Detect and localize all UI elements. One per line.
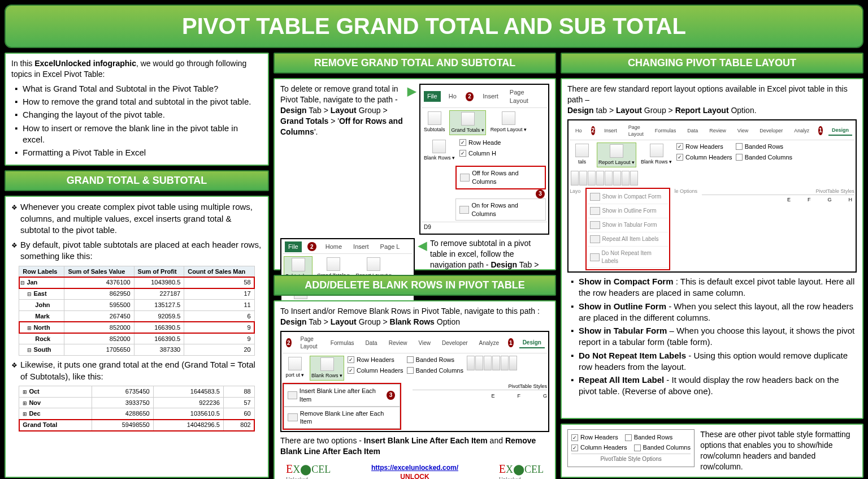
- cell-ref: D9: [422, 222, 547, 232]
- tab-review[interactable]: Review: [385, 338, 411, 348]
- style-palette[interactable]: [467, 356, 517, 370]
- table-row: ⊞ North852000166390.59: [19, 322, 254, 333]
- intro-bullet: Formatting a Pivot Table in Excel: [15, 147, 262, 158]
- gt-p1: Whenever you create complex pivot table …: [11, 201, 262, 236]
- tab-analyze[interactable]: Analyz: [791, 126, 813, 135]
- site-link[interactable]: https://excelunlocked.com/: [371, 464, 458, 472]
- off-rows-columns-menu[interactable]: Off for Rows and Columns: [455, 166, 546, 189]
- tab-page-layout[interactable]: Page Layout: [625, 123, 647, 139]
- banded-cols-checkbox[interactable]: [634, 445, 641, 451]
- step-badge-2: 2: [307, 242, 316, 251]
- col-headers-checkbox[interactable]: ✓: [348, 367, 354, 374]
- intro-lead-bold: ExcelUnlocked infographic: [34, 59, 136, 68]
- banded-rows-checkbox[interactable]: [736, 143, 743, 150]
- blank-rows-button[interactable]: Blank Rows ▾: [423, 139, 456, 162]
- tab-file[interactable]: File: [285, 241, 302, 252]
- gt-subtotal-card: Whenever you create complex pivot table …: [5, 196, 269, 478]
- no-repeat-labels-menu[interactable]: Do Not Repeat Item Labels: [588, 247, 668, 268]
- row-headers-checkbox[interactable]: ✓: [676, 143, 683, 150]
- layout-ribbon: Ho2 Insert Page Layout Formulas Data Rev…: [567, 119, 857, 273]
- show-compact-menu[interactable]: Show in Compact Form: [588, 190, 668, 204]
- banded-rows-checkbox[interactable]: [407, 356, 414, 363]
- tab-ho[interactable]: Ho: [572, 126, 585, 135]
- th: Count of Sales Man: [184, 266, 254, 277]
- blank-rows-button[interactable]: Blank Rows ▾: [310, 356, 344, 381]
- show-outline-menu[interactable]: Show in Outline Form: [588, 204, 668, 218]
- banded-rows-checkbox[interactable]: [625, 434, 632, 441]
- tab-developer[interactable]: Developer: [439, 338, 471, 348]
- table-row: ⊞ Nov393375092223657: [19, 397, 254, 408]
- tab-home[interactable]: Ho: [445, 91, 460, 102]
- tab-data[interactable]: Data: [362, 338, 381, 348]
- layout-desc-item: Show in Outline Form - When you select t…: [571, 301, 857, 324]
- banded-cols-checkbox[interactable]: [736, 154, 743, 161]
- tab-formulas[interactable]: Formulas: [327, 338, 358, 348]
- row-headers-checkbox[interactable]: ✓: [348, 356, 354, 363]
- banded-cols-checkbox[interactable]: [407, 367, 414, 374]
- grand-totals-button[interactable]: Grand Totals ▾: [449, 110, 485, 135]
- intro-bullet: What is Grand Total and Subtotal in the …: [15, 83, 262, 94]
- table-row: John595500135127.511: [19, 300, 254, 311]
- tab-analyze[interactable]: Analyze: [476, 338, 503, 348]
- layout-desc-item: Repeat All Item Label - It would display…: [571, 374, 857, 398]
- table-row: ⊞ Oct67354501644583.588: [19, 386, 254, 397]
- tab-design[interactable]: Design: [519, 338, 545, 349]
- repeat-labels-menu[interactable]: Repeat All Item Labels: [588, 232, 668, 247]
- style-options-text: These are other pivot table style format…: [700, 429, 857, 472]
- tab-view[interactable]: View: [415, 338, 434, 348]
- step-badge-2: 2: [286, 338, 292, 347]
- table-row: Mark26745092059.56: [19, 310, 254, 322]
- blank-rows-header: ADD/DELETE BLANK ROWS IN PIVOT TABLE: [274, 275, 556, 296]
- tab-insert[interactable]: Insert: [350, 241, 372, 252]
- tab-page-layout[interactable]: Page Layout: [506, 87, 545, 106]
- blank-rows-p2: There are two options - Insert Blank Lin…: [280, 435, 549, 457]
- totals-button[interactable]: tals: [571, 143, 593, 166]
- tab-insert[interactable]: Insert: [601, 126, 620, 135]
- tab-formulas[interactable]: Formulas: [652, 126, 680, 135]
- tab-design[interactable]: Design: [828, 126, 852, 136]
- row-headers-checkbox[interactable]: ✓: [459, 139, 466, 146]
- layout-header: CHANGING PIVOT TABLE LAYOUT: [561, 53, 863, 74]
- row-headers-checkbox[interactable]: ✓: [571, 434, 578, 441]
- blank-rows-path: Design Tab > Layout Group > Blank Rows O…: [280, 317, 549, 327]
- tab-file[interactable]: File: [424, 91, 441, 102]
- tab-data[interactable]: Data: [684, 126, 701, 135]
- col-headers-checkbox[interactable]: ✓: [459, 150, 466, 157]
- table-row: ⊟ Jan43761001043980.558: [19, 277, 254, 288]
- report-button[interactable]: port ut ▾: [284, 356, 306, 379]
- tab-insert[interactable]: Insert: [479, 91, 502, 102]
- step-badge-2: 2: [466, 92, 474, 101]
- tab-home[interactable]: Home: [322, 241, 345, 252]
- step-badge-3: 3: [387, 391, 395, 400]
- unlock-text: UNLOCK: [400, 473, 429, 479]
- report-layout-button[interactable]: Report Layout ▾: [597, 143, 636, 167]
- th: Sum of Sales Value: [64, 266, 134, 277]
- remove-blank-line-menu[interactable]: Remove Blank Line after Each Item: [284, 407, 400, 429]
- remove-p1: To delete or remove grand total in Pivot…: [280, 84, 404, 137]
- remove-card: To delete or remove grand total in Pivot…: [274, 78, 556, 270]
- tab-page-l[interactable]: Page L: [377, 241, 403, 252]
- subtotals-button[interactable]: Subtotals: [423, 110, 446, 134]
- layout-p1: There are few standard report layout opt…: [567, 84, 857, 105]
- th: Row Labels: [19, 266, 64, 277]
- tab-page-layout[interactable]: Page Layout: [297, 334, 323, 352]
- on-rows-columns-menu[interactable]: On for Rows and Columns: [455, 198, 546, 221]
- intro-bullet: How to insert or remove the blank line i…: [15, 123, 262, 146]
- insert-blank-line-menu[interactable]: Insert Blank Line after Each Item 3: [284, 384, 400, 407]
- arrow-left-icon: ◀: [418, 238, 427, 253]
- tab-view[interactable]: View: [734, 126, 752, 135]
- layout-desc-item: Show in Compact Form : This is default e…: [571, 276, 857, 299]
- report-layout-button[interactable]: Report Layout ▾: [489, 110, 528, 134]
- col-headers-checkbox[interactable]: ✓: [676, 154, 683, 161]
- table-row: ⊟ South170565038733020: [19, 344, 254, 356]
- remove-header: REMOVE GRAND TOTAL AND SUBTOTAL: [274, 53, 556, 74]
- page-title: PIVOT TABLE GRAND TOTAL AND SUB TOTAL: [5, 5, 863, 48]
- tab-developer[interactable]: Developer: [756, 126, 786, 135]
- blank-rows-button[interactable]: Blank Rows ▾: [640, 143, 673, 166]
- col-headers-checkbox[interactable]: ✓: [571, 445, 578, 451]
- tab-review[interactable]: Review: [706, 126, 730, 135]
- show-tabular-menu[interactable]: Show in Tabular Form: [588, 218, 668, 232]
- style-palette[interactable]: [571, 171, 638, 185]
- style-options-label: PivotTable Style Options: [571, 454, 691, 463]
- layout-desc-item: Show in Tabular Form – When you choose t…: [571, 325, 857, 348]
